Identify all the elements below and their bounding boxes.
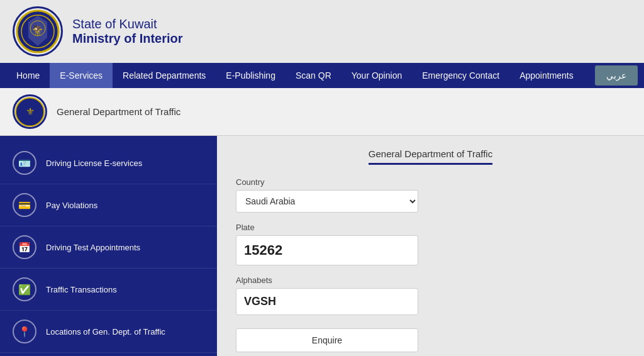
plate-input[interactable] [236,235,418,265]
main-navbar: Home E-Services Related Departments E-Pu… [0,63,644,88]
header-title-line1: State of Kuwait [72,17,183,31]
nav-related-departments[interactable]: Related Departments [113,63,216,88]
panel-title-container: General Department of Traffic [236,148,625,165]
pay-violations-icon: 💳 [13,193,36,217]
country-group: Country Saudi Arabia Kuwait UAE Bahrain … [236,177,625,213]
sidebar-label-locations: Locations of Gen. Dept. of Traffic [46,327,165,337]
country-select[interactable]: Saudi Arabia Kuwait UAE Bahrain Qatar Om… [236,190,418,213]
nav-emergency-contact[interactable]: Emergency Contact [412,63,509,88]
sidebar-item-driving-test-appointments[interactable]: 📅 Driving Test Appointments [0,226,217,269]
alphabets-label: Alphabets [236,275,625,285]
nav-eservices[interactable]: E-Services [50,63,113,88]
sidebar-label-traffic-transactions: Traffic Transactions [46,285,117,294]
right-panel: General Department of Traffic Country Sa… [217,136,644,356]
alphabets-input[interactable] [236,288,418,315]
country-label: Country [236,177,625,187]
sidebar-item-locations[interactable]: 📍 Locations of Gen. Dept. of Traffic [0,311,217,353]
sidebar: 🪪 Driving License E-services 💳 Pay Viola… [0,136,217,356]
driving-license-icon: 🪪 [13,151,36,175]
sidebar-label-driving-license: Driving License E-services [46,159,142,168]
sidebar-item-traffic-transactions[interactable]: ✅ Traffic Transactions [0,269,217,311]
nav-appointments[interactable]: Appointments [509,63,584,88]
traffic-transactions-icon: ✅ [13,277,36,301]
header-title-line2: Ministry of Interior [72,31,183,46]
ministry-logo: ⚜ 🦅 [13,6,63,57]
sidebar-label-pay-violations: Pay Violations [46,201,97,210]
plate-group: Plate [236,223,625,265]
panel-title: General Department of Traffic [369,148,492,165]
enquire-button[interactable]: Enquire [236,328,418,352]
main-content: 🪪 Driving License E-services 💳 Pay Viola… [0,136,644,356]
traffic-dept-logo: ⚜ [13,94,47,129]
svg-text:🦅: 🦅 [33,24,42,33]
driving-test-icon: 📅 [13,235,36,259]
nav-scan-qr[interactable]: Scan QR [286,63,341,88]
sub-header-title: General Department of Traffic [57,106,180,117]
nav-your-opinion[interactable]: Your Opinion [341,63,412,88]
alphabets-group: Alphabets [236,275,625,315]
nav-epublishing[interactable]: E-Publishing [216,63,286,88]
page-header: ⚜ 🦅 State of Kuwait Ministry of Interior [0,0,644,63]
svg-text:⚜: ⚜ [26,106,35,116]
arabic-language-button[interactable]: عربي [595,65,638,86]
sidebar-item-driving-license[interactable]: 🪪 Driving License E-services [0,142,217,184]
sidebar-label-driving-test: Driving Test Appointments [46,243,140,252]
header-title-block: State of Kuwait Ministry of Interior [72,17,183,46]
sidebar-item-pay-violations[interactable]: 💳 Pay Violations [0,184,217,226]
locations-icon: 📍 [13,320,36,343]
plate-label: Plate [236,223,625,232]
nav-home[interactable]: Home [6,63,50,88]
sub-header: ⚜ General Department of Traffic [0,88,644,136]
sidebar-item-conditions[interactable]: 📋 Conditions to Obtain Driving License (… [0,353,217,356]
